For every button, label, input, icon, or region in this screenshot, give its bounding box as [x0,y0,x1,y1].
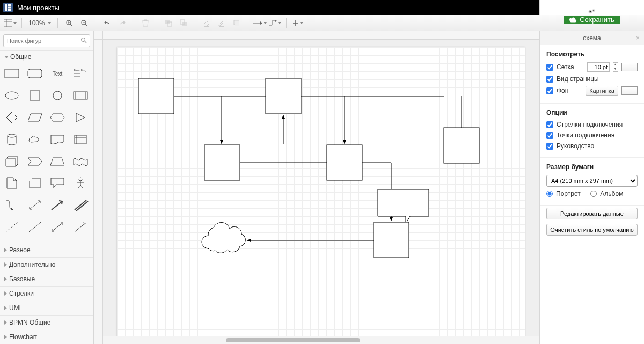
app-logo[interactable] [3,3,13,12]
zoom-in-button[interactable] [62,17,76,30]
svg-line-48 [30,201,40,209]
scroll-thumb[interactable] [226,338,360,342]
category-item[interactable]: Дополнительно [0,257,93,272]
shape-roundrect[interactable] [25,66,45,81]
shape-process[interactable] [71,88,90,103]
canvas[interactable] [103,40,539,336]
waypoint-style-button[interactable] [268,17,282,30]
shape-line[interactable] [25,219,45,235]
shape-rect[interactable] [2,66,21,81]
category-item[interactable]: Базовые [0,272,93,286]
bucket-icon [203,19,210,27]
shadow-button[interactable] [230,17,244,30]
shape-circle[interactable] [48,88,67,103]
shape-tape[interactable] [71,154,90,169]
shape-heading[interactable]: Heading━━━━━━ [71,66,90,81]
horizontal-scrollbar[interactable] [103,336,539,344]
grid-checkbox[interactable] [546,64,553,71]
svg-point-7 [593,10,594,11]
page[interactable] [117,47,525,336]
pageview-checkbox[interactable] [546,76,553,83]
print-button[interactable]: Распечатать [561,0,623,8]
gear-icon [588,8,596,16]
shape-document[interactable] [48,132,67,147]
shape-internal-storage[interactable] [71,132,90,147]
category-item[interactable]: Разное [0,243,93,257]
landscape-radio[interactable] [590,191,597,197]
page-title: Мои проекты [17,4,539,12]
shape-actor[interactable] [71,175,90,191]
connection-style-button[interactable] [253,17,267,30]
search-icon[interactable] [80,37,87,45]
edit-data-button[interactable]: Редактировать данные [546,208,638,219]
shape-card[interactable] [25,175,45,191]
shape-bidir-arrow[interactable] [25,197,45,213]
shape-cube[interactable] [2,154,21,169]
category-item[interactable]: BPMN Общие [0,315,93,330]
zoom-out-button[interactable] [77,17,91,30]
background-image-button[interactable]: Картинка [586,86,618,96]
chevron-right-icon [4,335,7,339]
svg-rect-31 [5,69,19,78]
clear-style-button[interactable]: Очистить стиль по умолчанию [546,224,638,236]
svg-rect-8 [4,19,12,27]
cloud-icon [569,17,577,23]
ruler-horizontal[interactable] [103,31,539,40]
to-front-button[interactable] [162,17,175,30]
close-icon[interactable]: × [636,34,640,42]
grid-size-stepper[interactable]: ▲▼ [613,62,618,72]
shape-diamond[interactable] [2,110,21,125]
category-item[interactable]: UML [0,301,93,315]
shape-bidir-thin[interactable] [48,219,67,235]
plus-icon [292,20,299,26]
toolbar: 100% [0,15,644,31]
ruler-vertical[interactable] [94,40,103,344]
fill-color-button[interactable] [200,17,214,30]
layout-button[interactable] [3,17,17,30]
shape-parallelogram[interactable] [25,110,45,125]
to-back-button[interactable] [177,17,191,30]
shape-cylinder[interactable] [2,132,21,147]
printer-icon [567,1,574,8]
shape-curve[interactable] [2,197,21,213]
svg-rect-67 [444,128,479,163]
shape-hexagon[interactable] [48,110,67,125]
svg-line-50 [76,201,88,211]
shape-arrow[interactable] [48,197,67,213]
shape-dir-arrow[interactable] [71,219,90,235]
shape-dashed-line[interactable] [2,219,21,235]
conn-points-checkbox[interactable] [546,132,553,139]
shape-step[interactable] [25,154,45,169]
save-button[interactable]: Сохранить [564,16,620,24]
line-color-button[interactable] [215,17,229,30]
zoom-select[interactable]: 100% [26,19,53,27]
shape-cloud[interactable] [25,132,45,147]
background-color-swatch[interactable] [621,86,638,95]
portrait-radio[interactable] [546,191,553,197]
guides-checkbox[interactable] [546,143,553,150]
shape-triangle[interactable] [71,110,90,125]
settings-button[interactable] [582,8,602,16]
caret-icon [278,22,281,24]
grid-color-swatch[interactable] [621,63,638,71]
shape-note[interactable] [2,175,21,191]
category-item[interactable]: Flowchart [0,330,93,344]
undo-button[interactable] [100,17,114,30]
shape-ellipse[interactable] [2,88,21,103]
delete-button[interactable] [138,17,152,30]
category-general[interactable]: Общие [0,50,93,63]
category-item[interactable]: Стрелки [0,286,93,301]
shape-square[interactable] [25,88,45,103]
grid-size-input[interactable] [587,62,610,72]
papersize-select[interactable]: A4 (210 mm x 297 mm) [546,175,638,187]
shape-trapezoid[interactable] [48,154,67,169]
add-button[interactable] [291,17,305,30]
search-input[interactable] [3,34,90,47]
shape-link[interactable] [71,197,90,213]
shape-text[interactable]: Text [48,66,67,81]
redo-button[interactable] [115,17,129,30]
shape-callout[interactable] [48,175,67,191]
conn-arrows-checkbox[interactable] [546,121,553,128]
diagram-svg [117,47,525,336]
background-checkbox[interactable] [546,87,553,94]
